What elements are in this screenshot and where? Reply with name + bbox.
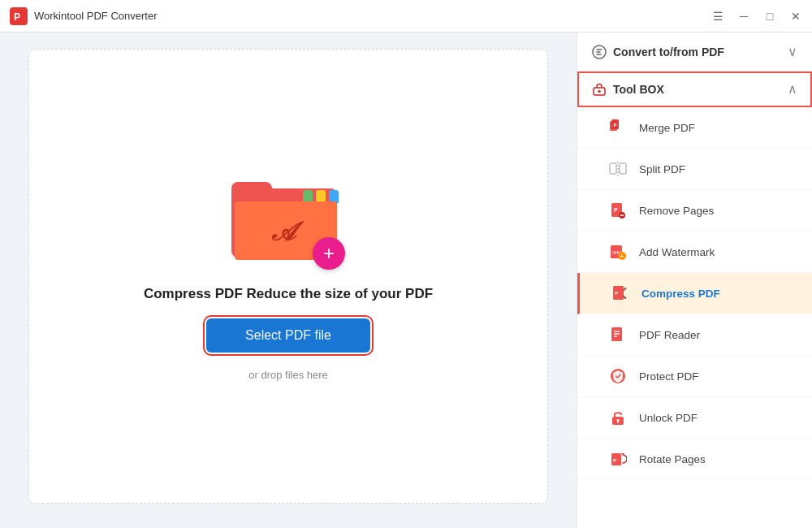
compress-pdf-label: Compress PDF [641,288,720,300]
svg-text:P: P [613,458,616,463]
sidebar-item-compress-pdf[interactable]: P Compress PDF [577,273,812,314]
sidebar-item-unlock-pdf[interactable]: Unlock PDF [577,397,812,439]
sidebar-item-remove-pages[interactable]: P Remove Pages [577,190,812,232]
merge-icon: P [607,116,629,139]
unlock-icon [607,406,629,429]
left-area: 𝒜 + Compress PDF Reduce the size of your… [0,32,577,528]
svg-text:+: + [620,253,624,260]
sidebar-item-split-pdf[interactable]: Split PDF [577,149,812,190]
sidebar-item-merge-pdf[interactable]: P Merge PDF [577,107,812,149]
toolbox-section-title: Tool BOX [592,82,664,97]
toolbox-section-header[interactable]: Tool BOX ∧ [577,71,812,107]
convert-section-header[interactable]: Convert to/from PDF ∨ [577,32,812,71]
svg-point-27 [617,419,620,422]
protect-pdf-label: Protect PDF [639,370,699,383]
toolbox-chevron-icon: ∧ [788,81,797,97]
close-button[interactable]: ✕ [789,10,802,23]
add-watermark-label: Add Watermark [639,246,715,258]
upload-dropzone[interactable]: 𝒜 + Compress PDF Reduce the size of your… [28,49,548,504]
convert-section-title: Convert to/from PDF [592,45,724,59]
rotate-icon: P [607,448,629,470]
unlock-pdf-label: Unlock PDF [639,412,698,424]
remove-pages-label: Remove Pages [639,205,714,217]
maximize-button[interactable]: □ [763,10,776,23]
main-content: 𝒜 + Compress PDF Reduce the size of your… [0,32,812,528]
menu-button[interactable]: ☰ [711,10,724,23]
sidebar-item-protect-pdf[interactable]: Protect PDF [577,356,812,397]
split-pdf-label: Split PDF [639,163,685,175]
merge-pdf-label: Merge PDF [639,122,695,134]
sidebar-item-rotate-pages[interactable]: P Rotate Pages [577,439,812,480]
drop-hint-text: or drop files here [248,369,328,381]
watermark-icon: WM + [607,240,629,263]
svg-rect-8 [610,163,616,174]
add-file-badge: + [313,237,345,270]
upload-title: Compress PDF Reduce the size of your PDF [144,286,433,302]
pdf-symbol: 𝒜 [262,213,304,252]
titlebar: P Workintool PDF Converter ☰ ─ □ ✕ [0,0,812,32]
pdf-reader-label: PDF Reader [639,329,700,341]
app-title: Workintool PDF Converter [34,10,157,22]
svg-text:P: P [14,11,20,22]
folder-illustration: 𝒜 + [231,172,345,270]
convert-icon [592,45,607,59]
sidebar: Convert to/from PDF ∨ Tool BOX ∧ [577,32,812,528]
app-logo-icon: P [10,7,28,25]
svg-text:P: P [614,123,617,128]
split-icon [607,158,629,180]
select-pdf-button[interactable]: Select PDF file [206,318,370,353]
rotate-pages-label: Rotate Pages [639,453,706,465]
titlebar-left: P Workintool PDF Converter [10,7,157,25]
protect-icon [607,365,629,387]
sidebar-item-pdf-reader[interactable]: PDF Reader [577,314,812,356]
convert-chevron-icon: ∨ [788,44,797,59]
minimize-button[interactable]: ─ [737,10,750,23]
svg-rect-9 [620,163,626,174]
toolbox-icon [592,82,607,97]
svg-text:P: P [615,291,618,296]
svg-text:P: P [614,207,618,213]
compress-icon: P [609,282,632,305]
window-controls: ☰ ─ □ ✕ [711,10,802,23]
remove-pages-icon: P [607,199,629,222]
sidebar-item-add-watermark[interactable]: WM + Add Watermark [577,232,812,273]
reader-icon [607,323,629,346]
